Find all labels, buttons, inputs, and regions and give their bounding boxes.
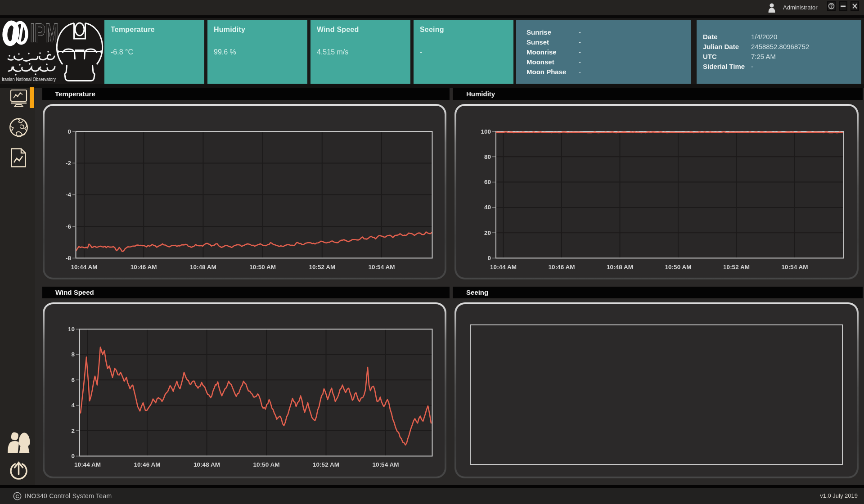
svg-text:10:44 AM: 10:44 AM	[490, 264, 517, 270]
svg-text:10: 10	[68, 326, 75, 333]
svg-text:10:50 AM: 10:50 AM	[253, 461, 280, 468]
svg-text:10:52 AM: 10:52 AM	[313, 461, 339, 468]
svg-text:10:54 AM: 10:54 AM	[373, 461, 399, 468]
svg-text:6: 6	[71, 377, 75, 383]
svg-text:2: 2	[71, 428, 75, 434]
svg-text:C: C	[15, 494, 19, 499]
svg-text:10:46 AM: 10:46 AM	[130, 264, 157, 270]
svg-text:0: 0	[71, 453, 75, 459]
svg-text:10:48 AM: 10:48 AM	[607, 264, 633, 270]
svg-text:4: 4	[71, 402, 75, 409]
svg-text:10:46 AM: 10:46 AM	[549, 264, 575, 270]
svg-text:80: 80	[484, 153, 491, 160]
svg-text:20: 20	[484, 230, 491, 236]
svg-text:10:44 AM: 10:44 AM	[74, 461, 101, 468]
svg-text:10:54 AM: 10:54 AM	[782, 264, 808, 270]
svg-text:10:52 AM: 10:52 AM	[723, 264, 750, 270]
svg-text:-4: -4	[66, 191, 71, 198]
svg-text:8: 8	[71, 351, 75, 358]
svg-text:10:50 AM: 10:50 AM	[665, 264, 692, 270]
svg-text:10:54 AM: 10:54 AM	[369, 264, 395, 270]
svg-text:10:48 AM: 10:48 AM	[194, 461, 220, 468]
svg-text:0: 0	[68, 128, 71, 135]
svg-text:10:50 AM: 10:50 AM	[249, 264, 276, 270]
svg-text:-2: -2	[66, 160, 71, 166]
svg-text:60: 60	[484, 179, 491, 185]
svg-text:10:48 AM: 10:48 AM	[190, 264, 216, 270]
svg-text:100: 100	[481, 128, 491, 135]
svg-text:-6: -6	[66, 223, 71, 230]
svg-text:10:52 AM: 10:52 AM	[309, 264, 335, 270]
svg-text:0: 0	[487, 255, 491, 261]
svg-text:40: 40	[484, 204, 491, 211]
svg-text:10:44 AM: 10:44 AM	[71, 264, 98, 270]
svg-text:10:46 AM: 10:46 AM	[134, 461, 161, 468]
svg-text:-8: -8	[66, 255, 71, 261]
